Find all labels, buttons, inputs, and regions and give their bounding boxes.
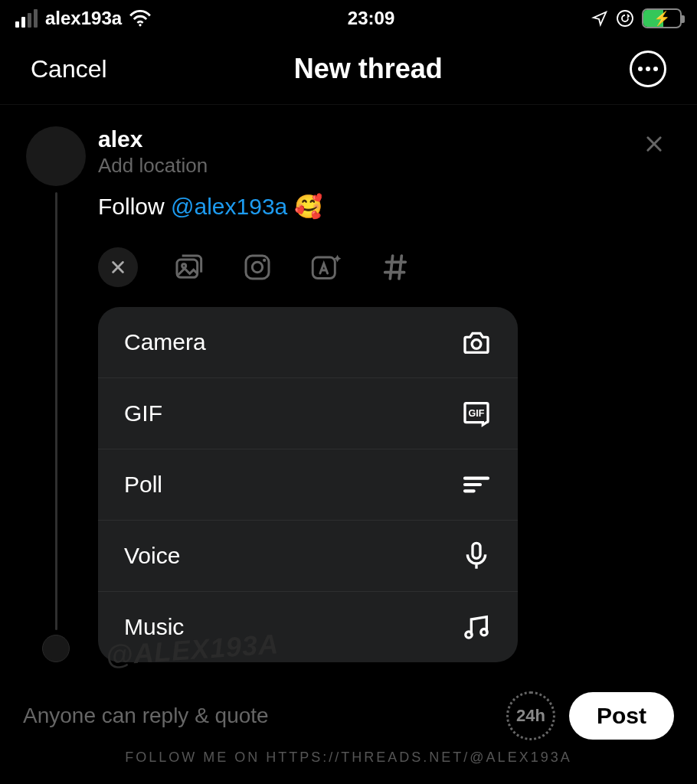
dismiss-button[interactable] (643, 131, 665, 161)
hashtag-button[interactable] (377, 249, 414, 286)
mic-icon (461, 541, 492, 571)
svg-text:GIF: GIF (469, 408, 485, 419)
post-button[interactable]: Post (569, 692, 674, 740)
compose-toolbar (98, 247, 669, 287)
post-text-input[interactable]: Follow @alex193a 🥰 (98, 193, 669, 220)
instagram-icon (242, 252, 273, 283)
rotation-lock-icon (616, 9, 634, 28)
svg-point-11 (466, 632, 472, 638)
svg-point-6 (263, 259, 266, 262)
ai-text-button[interactable] (308, 249, 345, 286)
username-label: alex (98, 126, 669, 152)
footer-text: FOLLOW ME ON HTTPS://THREADS.NET/@ALEX19… (23, 750, 674, 766)
emoji: 🥰 (294, 194, 322, 219)
popover-item-label: GIF (124, 400, 162, 426)
location-arrow-icon (591, 10, 608, 27)
popover-item-poll[interactable]: Poll (98, 449, 518, 521)
add-location-button[interactable]: Add location (98, 154, 669, 178)
svg-point-1 (617, 11, 633, 26)
close-icon (110, 259, 126, 276)
popover-item-camera[interactable]: Camera (98, 307, 518, 378)
wifi-icon (129, 10, 151, 27)
compose-area: alex Add location Follow @alex193a 🥰 (0, 105, 697, 662)
carrier-label: alex193a (45, 8, 122, 29)
page-title: New thread (294, 53, 443, 85)
avatar[interactable] (26, 126, 86, 186)
clock: 23:09 (348, 8, 394, 29)
post-text-prefix: Follow (98, 194, 171, 219)
svg-point-0 (139, 24, 141, 26)
attachment-popover: Camera GIF GIF Poll Voice Music (98, 307, 518, 662)
popover-item-gif[interactable]: GIF GIF (98, 378, 518, 449)
camera-icon (461, 327, 492, 358)
gif-icon: GIF (461, 398, 492, 429)
svg-point-8 (472, 340, 481, 349)
popover-item-label: Poll (124, 472, 162, 498)
instagram-button[interactable] (239, 249, 276, 286)
poll-icon (461, 469, 492, 500)
music-icon (461, 612, 492, 642)
svg-point-5 (252, 262, 262, 272)
svg-rect-10 (473, 543, 480, 558)
add-thread-avatar[interactable] (42, 635, 70, 662)
gallery-icon (173, 252, 204, 283)
popover-item-label: Voice (124, 543, 180, 569)
close-icon (643, 133, 665, 155)
status-bar: alex193a 23:09 ⚡ (0, 0, 697, 37)
gallery-button[interactable] (170, 249, 207, 286)
more-options-button[interactable] (630, 51, 666, 87)
reply-scope-button[interactable]: Anyone can reply & quote (23, 704, 269, 728)
close-attach-menu-button[interactable] (98, 247, 138, 287)
compose-header: Cancel New thread (0, 37, 697, 105)
cancel-button[interactable]: Cancel (31, 55, 107, 83)
ai-text-icon (310, 251, 342, 283)
mention-link[interactable]: @alex193a (171, 194, 287, 219)
svg-point-12 (481, 629, 487, 635)
thread-line (55, 192, 57, 630)
disappearing-timer-button[interactable]: 24h (506, 691, 555, 740)
popover-item-label: Camera (124, 329, 206, 355)
popover-item-voice[interactable]: Voice (98, 521, 518, 592)
battery-icon: ⚡ (642, 8, 682, 28)
compose-footer: Anyone can reply & quote 24h Post FOLLOW… (0, 691, 697, 766)
hashtag-icon (380, 252, 411, 283)
cellular-signal-icon (15, 9, 38, 28)
svg-point-3 (182, 264, 186, 268)
svg-rect-2 (177, 260, 198, 277)
